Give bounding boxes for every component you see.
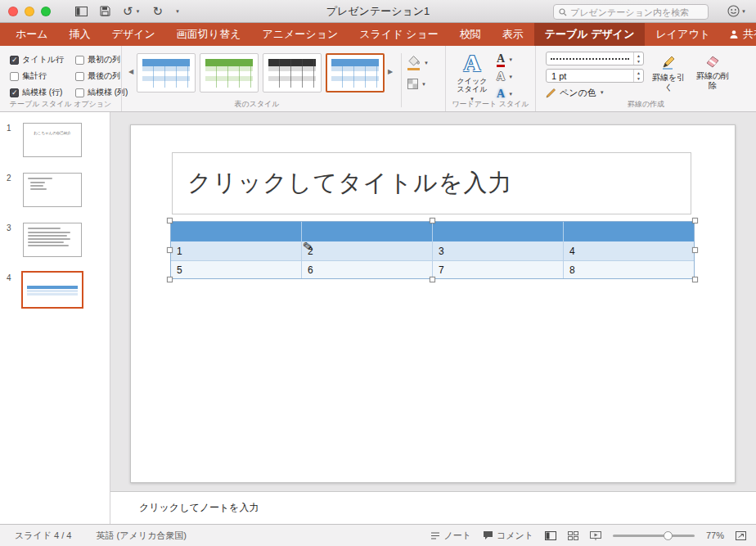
table-style-blue[interactable] [137, 53, 196, 93]
notes-pane[interactable]: クリックしてノートを入力 [110, 491, 756, 524]
group-draw-borders: ▲▼ 1 pt ▲▼ ペンの色 ▼ 罫線を引く [535, 46, 756, 111]
slide-editing-surface[interactable]: クリックしてタイトルを入力 1 2 3 4 5 6 [130, 124, 736, 483]
table-resize-handle[interactable] [692, 247, 698, 253]
slide-thumbnail-2[interactable]: 2 [7, 173, 110, 207]
share-button[interactable]: 共有 [721, 23, 756, 46]
table-cell[interactable]: 3 [433, 241, 564, 260]
search-field[interactable] [553, 4, 709, 20]
table-cell[interactable]: 6 [302, 261, 433, 278]
table-resize-handle[interactable] [167, 218, 173, 223]
checkbox-label: 最初の列 [88, 54, 120, 65]
tab-transitions[interactable]: 画面切り替え [166, 23, 252, 46]
stepper-arrows[interactable]: ▲▼ [633, 70, 643, 82]
gallery-prev-arrow[interactable]: ◀ [125, 50, 137, 93]
table-cell[interactable]: 2 [302, 241, 433, 260]
table-cell[interactable]: 4 [564, 241, 694, 260]
wordart-quick-styles-button[interactable]: A クイック スタイル ▼ [452, 52, 492, 102]
erase-border-label: 罫線の削除 [695, 71, 730, 90]
table-resize-handle[interactable] [430, 218, 435, 223]
group-label: テーブル スタイル オプション [0, 99, 121, 110]
layout-toggle-icon[interactable] [75, 7, 88, 16]
tab-design[interactable]: デザイン [101, 23, 166, 46]
slideshow-view-button[interactable] [590, 531, 601, 540]
draw-border-label: 罫線を引く [651, 73, 686, 92]
checkbox-total-row[interactable]: 集計行 [10, 70, 74, 82]
pen-weight-dropdown[interactable]: 1 pt ▲▼ [546, 69, 644, 83]
gallery-next-arrow[interactable]: ▶ [385, 50, 396, 93]
table-style-blue-selected[interactable] [326, 53, 385, 93]
slide-title-placeholder[interactable]: クリックしてタイトルを入力 [172, 152, 691, 214]
table[interactable]: 1 2 3 4 5 6 7 8 [170, 221, 695, 279]
toolbar-options-caret[interactable]: ▼ [175, 9, 180, 14]
slide-thumbnail-1[interactable]: 1 わこちゃんの自己紹介 [7, 123, 110, 157]
slide-sorter-view-button[interactable] [568, 531, 578, 540]
notes-toggle-button[interactable]: ノート [430, 530, 471, 542]
pen-color-button[interactable]: ペンの色 ▼ [546, 86, 644, 99]
pen-color-label: ペンの色 [560, 87, 596, 99]
table-header-cell[interactable] [171, 222, 302, 241]
table-resize-handle[interactable] [692, 277, 698, 282]
undo-button[interactable]: ↺▼ [123, 5, 141, 17]
tab-animations[interactable]: アニメーション [251, 23, 349, 46]
table-resize-handle[interactable] [167, 277, 173, 282]
slide-table[interactable]: 1 2 3 4 5 6 7 8 ✎ [170, 221, 695, 279]
shading-button[interactable]: ▼ [407, 55, 435, 70]
share-label: 共有 [743, 27, 756, 42]
stepper-arrows[interactable]: ▲▼ [633, 52, 643, 65]
traffic-lights [8, 7, 51, 16]
normal-view-button[interactable] [545, 531, 556, 540]
table-cell[interactable]: 7 [433, 261, 564, 278]
save-icon[interactable] [100, 6, 110, 16]
checkbox-header-row[interactable]: タイトル行 [10, 54, 74, 65]
checkbox-label: 最後の列 [88, 70, 120, 82]
table-resize-handle[interactable] [430, 277, 435, 282]
tab-layout[interactable]: レイアウト [645, 23, 721, 46]
search-input[interactable] [570, 7, 703, 17]
slide-thumbnail-3[interactable]: 3 [7, 223, 110, 257]
zoom-percent[interactable]: 77% [706, 530, 724, 540]
redo-button[interactable]: ↻ [153, 5, 164, 17]
table-style-black[interactable] [263, 53, 322, 93]
zoom-slider-knob[interactable] [664, 531, 673, 540]
language-indicator[interactable]: 英語 (アメリカ合衆国) [97, 530, 187, 542]
comments-toggle-button[interactable]: コメント [483, 530, 533, 542]
erase-border-button[interactable]: 罫線の削除 [693, 52, 732, 99]
minimize-window-button[interactable] [25, 7, 34, 16]
ribbon-tab-bar: ホーム 挿入 デザイン 画面切り替え アニメーション スライド ショー 校閲 表… [0, 23, 756, 46]
checkbox-last-column[interactable]: 最後の列 [75, 70, 126, 82]
table-header-cell[interactable] [564, 222, 694, 241]
pen-weight-value: 1 pt [547, 71, 633, 81]
tab-slideshow[interactable]: スライド ショー [349, 23, 448, 46]
table-header-cell[interactable] [433, 222, 564, 241]
window-titlebar: ↺▼ ↻ ▼ プレゼンテーション1 ▼ [0, 0, 756, 23]
table-resize-handle[interactable] [167, 247, 173, 253]
table-resize-handle[interactable] [692, 218, 698, 223]
pen-style-dropdown[interactable]: ▲▼ [546, 52, 644, 65]
table-cell[interactable]: 1 [171, 241, 302, 260]
text-fill-button[interactable]: A▼ [497, 52, 513, 67]
tab-insert[interactable]: 挿入 [59, 23, 101, 46]
search-icon [559, 8, 567, 16]
group-wordart-styles: A クイック スタイル ▼ A▼ A▼ A▼ ワードアート スタイル [445, 46, 535, 111]
feedback-smiley-button[interactable]: ▼ [727, 5, 746, 17]
slide-thumbnail-4[interactable]: 4 [7, 273, 110, 309]
text-outline-button[interactable]: A▼ [497, 70, 513, 84]
tab-review[interactable]: 校閲 [449, 23, 492, 46]
tab-home[interactable]: ホーム [5, 23, 59, 46]
table-header-cell[interactable] [302, 222, 433, 241]
table-cell[interactable]: 5 [171, 261, 302, 278]
table-cell[interactable]: 8 [564, 261, 694, 278]
zoom-window-button[interactable] [41, 7, 51, 16]
checkbox-first-column[interactable]: 最初の列 [75, 54, 126, 65]
draw-border-button[interactable]: 罫線を引く [649, 52, 688, 99]
effects-button[interactable]: ▼ [407, 79, 435, 89]
checkbox-banded-rows[interactable]: 縞模様 (行) [10, 87, 74, 98]
close-window-button[interactable] [8, 7, 18, 16]
tab-view[interactable]: 表示 [492, 23, 534, 46]
tab-table-design[interactable]: テーブル デザイン [534, 23, 646, 46]
zoom-slider[interactable] [613, 535, 695, 537]
checkbox-banded-columns[interactable]: 縞模様 (列) [75, 87, 126, 98]
title-placeholder-text: クリックしてタイトルを入力 [187, 167, 512, 200]
table-style-green[interactable] [200, 53, 259, 93]
fit-slide-to-window-button[interactable] [736, 531, 746, 540]
